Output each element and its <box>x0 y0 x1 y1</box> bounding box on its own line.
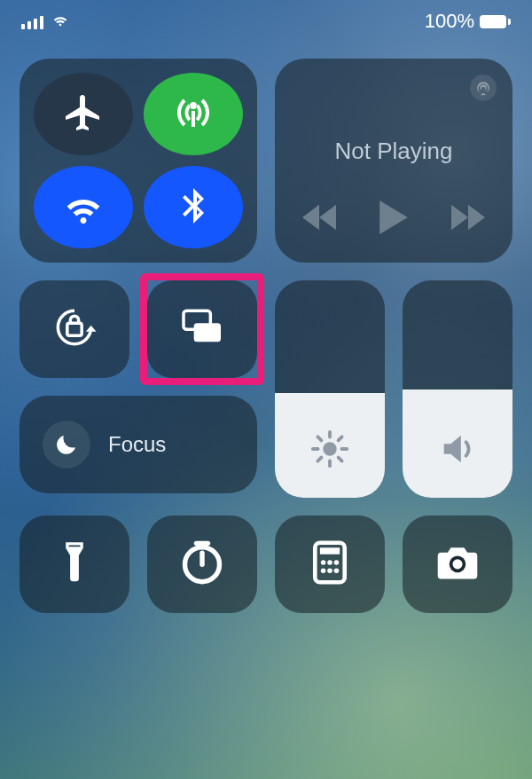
svg-line-9 <box>339 458 342 461</box>
wifi-status-icon <box>51 9 70 34</box>
wifi-toggle[interactable] <box>34 166 133 248</box>
calculator-icon <box>307 539 353 589</box>
svg-line-10 <box>317 458 321 461</box>
battery-icon <box>480 15 511 28</box>
forward-icon[interactable] <box>451 204 485 234</box>
airplane-icon <box>62 91 105 138</box>
bluetooth-icon <box>172 185 215 231</box>
moon-icon <box>43 421 90 468</box>
flashlight-button[interactable] <box>20 515 129 613</box>
svg-rect-2 <box>194 323 221 342</box>
speaker-icon <box>437 429 478 473</box>
lock-rotate-icon <box>50 303 99 356</box>
play-icon[interactable] <box>379 201 409 238</box>
svg-point-18 <box>327 560 332 565</box>
calculator-button[interactable] <box>275 515 385 613</box>
timer-icon <box>179 539 225 589</box>
svg-line-8 <box>317 437 321 440</box>
screen-mirroring-button[interactable] <box>147 280 257 378</box>
airplay-icon <box>470 75 497 101</box>
svg-line-11 <box>339 437 342 440</box>
connectivity-pod <box>20 59 257 263</box>
rewind-icon[interactable] <box>302 204 336 234</box>
media-controls <box>291 201 497 238</box>
orientation-lock-button[interactable] <box>20 280 129 378</box>
svg-point-24 <box>452 559 462 569</box>
screen-mirror-icon <box>177 303 227 356</box>
camera-icon <box>434 539 481 589</box>
focus-label: Focus <box>108 432 166 457</box>
bluetooth-toggle[interactable] <box>144 166 243 248</box>
status-left <box>21 9 70 34</box>
svg-point-22 <box>334 569 340 574</box>
svg-rect-0 <box>67 323 82 335</box>
timer-button[interactable] <box>147 515 257 613</box>
volume-slider[interactable] <box>403 280 512 498</box>
wifi-icon <box>62 185 105 231</box>
cell-signal-icon <box>21 13 43 29</box>
status-right: 100% <box>425 10 511 33</box>
flashlight-icon <box>51 539 98 589</box>
status-bar: 100% <box>0 0 532 43</box>
media-pod[interactable]: Not Playing <box>275 59 512 263</box>
svg-point-21 <box>327 569 332 574</box>
media-title: Not Playing <box>291 138 497 165</box>
cellular-data-toggle[interactable] <box>144 73 243 155</box>
battery-percent: 100% <box>425 10 474 33</box>
svg-point-19 <box>334 560 340 565</box>
sun-icon <box>309 429 350 473</box>
svg-point-17 <box>321 560 326 565</box>
antenna-icon <box>172 91 215 138</box>
camera-button[interactable] <box>403 515 512 613</box>
focus-button[interactable]: Focus <box>20 396 257 493</box>
airplane-mode-toggle[interactable] <box>34 73 133 155</box>
brightness-slider[interactable] <box>275 280 385 498</box>
svg-point-20 <box>321 569 326 574</box>
svg-point-3 <box>323 442 336 455</box>
svg-rect-16 <box>320 547 340 554</box>
